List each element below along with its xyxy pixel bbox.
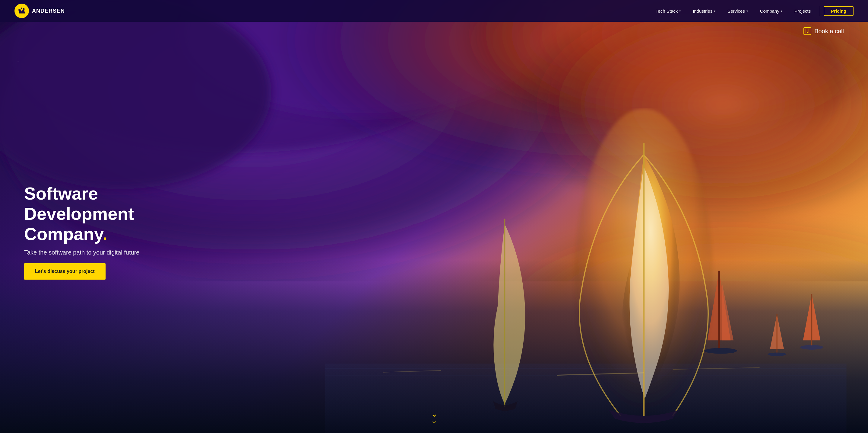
- book-call-label: Book a call: [814, 28, 844, 35]
- nav-item-pricing: Pricing: [824, 6, 854, 16]
- nav-link-projects[interactable]: Projects: [789, 6, 816, 16]
- nav-item-services: Services ▾: [722, 6, 753, 16]
- logo-icon: [14, 4, 29, 18]
- brand-name: ANDERSEN: [32, 8, 65, 14]
- nav-link-industries[interactable]: Industries ▾: [687, 6, 721, 16]
- crown-icon: [18, 7, 26, 15]
- hero-title: Software Development Company.: [24, 183, 187, 244]
- small-boat-1: [800, 294, 824, 349]
- phone-icon: [803, 27, 811, 35]
- navbar: ANDERSEN Tech Stack ▾ Industries ▾ Servi…: [0, 0, 868, 22]
- nav-item-techstack: Tech Stack ▾: [650, 6, 686, 16]
- nav-separator: [817, 6, 823, 16]
- nav-link-services[interactable]: Services ▾: [722, 6, 753, 16]
- nav-item-projects: Projects: [789, 6, 816, 16]
- cta-button[interactable]: Let's discuss your project: [24, 263, 105, 280]
- hero-content: Software Development Company. Take the s…: [0, 129, 211, 304]
- boats-svg: [304, 108, 868, 433]
- chevron-down-icon: ▾: [714, 9, 715, 13]
- chevron-down-icon: ▾: [746, 9, 748, 13]
- nav-links: Tech Stack ▾ Industries ▾ Services ▾ Com…: [650, 6, 854, 16]
- svg-point-27: [705, 348, 737, 354]
- svg-rect-35: [807, 32, 808, 33]
- sailboats-scene: [304, 108, 868, 433]
- svg-point-5: [21, 8, 22, 9]
- nav-link-company[interactable]: Company ▾: [754, 6, 788, 16]
- chevron-down-icon: ▾: [679, 9, 681, 13]
- chevron-down-icon-2: ⌄: [431, 418, 438, 423]
- logo-link[interactable]: ANDERSEN: [14, 4, 65, 18]
- svg-marker-25: [722, 282, 734, 340]
- hero-section: Book a call Software Development Company…: [0, 0, 868, 433]
- chevron-down-icon: ▾: [781, 9, 782, 13]
- nav-link-techstack[interactable]: Tech Stack ▾: [650, 6, 686, 16]
- title-dot: .: [102, 224, 107, 244]
- svg-point-20: [800, 345, 824, 349]
- nav-item-industries: Industries ▾: [687, 6, 721, 16]
- book-a-call-link[interactable]: Book a call: [803, 27, 844, 35]
- scroll-indicator[interactable]: ⌄ ⌄: [431, 410, 438, 423]
- nav-link-pricing[interactable]: Pricing: [824, 6, 854, 16]
- svg-point-23: [768, 352, 786, 356]
- svg-point-4: [18, 9, 19, 10]
- nav-item-company: Company ▾: [754, 6, 788, 16]
- hero-subtitle: Take the software path to your digital f…: [24, 249, 187, 256]
- svg-point-6: [24, 8, 25, 10]
- phone-svg: [805, 29, 809, 33]
